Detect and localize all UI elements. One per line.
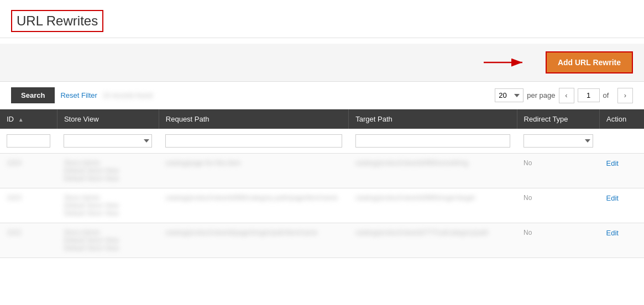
of-label: of — [603, 91, 609, 99]
arrow-indicator — [484, 54, 528, 71]
add-url-rewrite-button[interactable]: Add URL Rewrite — [546, 51, 633, 73]
arrow-icon — [484, 54, 528, 71]
edit-link[interactable]: Edit — [606, 229, 619, 237]
cell-request-path: catalog/product/view/id/888/category-pat… — [159, 188, 348, 223]
cell-action: Edit — [600, 223, 644, 258]
col-header-redirect-type: Redirect Type — [517, 109, 599, 129]
filter-store-cell — [57, 129, 159, 154]
cell-id: 1022 — [0, 223, 57, 258]
cell-id: 1024 — [0, 154, 57, 188]
cell-store-view: Store AdminDefault Store ViewDefault Sto… — [57, 223, 159, 258]
search-button[interactable]: Search — [11, 87, 55, 103]
cell-target-path: catalog/product/view/id/777/cat/category… — [349, 223, 517, 258]
search-bar: Search Reset Filter 10 records found 20 … — [0, 82, 644, 109]
filter-row — [0, 129, 644, 154]
cell-target-path: catalog/product/view/id/888/longer/targe… — [349, 188, 517, 223]
filter-action-cell — [600, 129, 644, 154]
col-header-request-path: Request Path — [159, 109, 348, 129]
per-page-select[interactable]: 20 30 50 100 — [495, 88, 523, 102]
reset-filter-link[interactable]: Reset Filter — [60, 91, 97, 99]
cell-request-path: catalog/product/view/id/page/longer/path… — [159, 223, 348, 258]
col-header-store-view: Store View — [57, 109, 159, 129]
filter-redirect-cell — [517, 129, 599, 154]
record-count: 10 records found — [103, 92, 153, 99]
edit-link[interactable]: Edit — [606, 194, 619, 202]
filter-request-cell — [159, 129, 348, 154]
cell-id: 1023 — [0, 188, 57, 223]
cell-redirect-type: No — [517, 154, 599, 188]
cell-redirect-type: No — [517, 223, 599, 258]
table-row: 1024 Store AdminDefault Store ViewDefaul… — [0, 154, 644, 188]
table-header-row: ID ▲ Store View Request Path Target Path… — [0, 109, 644, 129]
url-rewrites-table: ID ▲ Store View Request Path Target Path… — [0, 109, 644, 258]
cell-store-view: Store AdminDefault Store ViewDefault Sto… — [57, 188, 159, 223]
col-header-id: ID ▲ — [0, 109, 57, 129]
filter-target-cell — [349, 129, 517, 154]
table-row: 1022 Store AdminDefault Store ViewDefaul… — [0, 223, 644, 258]
cell-redirect-type: No — [517, 188, 599, 223]
filter-target-input[interactable] — [355, 134, 510, 148]
filter-store-select[interactable] — [64, 134, 152, 148]
cell-target-path: catalog/product/view/id/999/something — [349, 154, 517, 188]
table-row: 1023 Store AdminDefault Store ViewDefaul… — [0, 188, 644, 223]
cell-request-path: catalog/page-for-this-item — [159, 154, 348, 188]
col-header-action: Action — [600, 109, 644, 129]
toolbar-bar: Add URL Rewrite — [0, 44, 644, 82]
filter-id-input[interactable] — [7, 134, 50, 148]
page-header: URL Rewrites — [0, 0, 644, 38]
total-pages — [612, 91, 614, 99]
next-page-button[interactable]: › — [617, 88, 633, 103]
prev-page-button[interactable]: ‹ — [559, 88, 574, 103]
per-page-label: per page — [527, 91, 555, 99]
cell-store-view: Store AdminDefault Store ViewDefault Sto… — [57, 154, 159, 188]
cell-action: Edit — [600, 154, 644, 188]
edit-link[interactable]: Edit — [606, 159, 619, 167]
pagination-area: 20 30 50 100 per page ‹ of › — [495, 88, 633, 103]
col-header-target-path: Target Path — [349, 109, 517, 129]
current-page-input[interactable] — [578, 88, 600, 102]
sort-icon-id[interactable]: ▲ — [18, 117, 24, 123]
filter-redirect-select[interactable] — [523, 134, 593, 148]
filter-request-input[interactable] — [165, 134, 342, 148]
filter-id-cell — [0, 129, 57, 154]
page-title: URL Rewrites — [11, 10, 103, 32]
cell-action: Edit — [600, 188, 644, 223]
